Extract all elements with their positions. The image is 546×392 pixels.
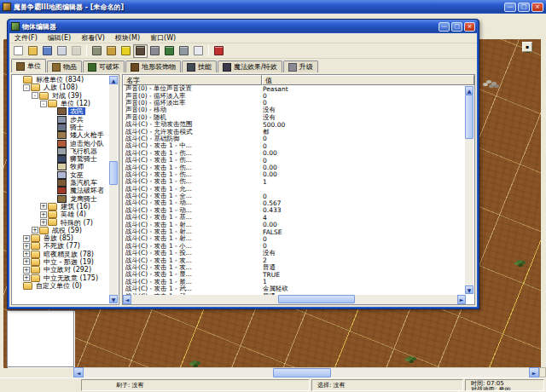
tree-item[interactable]: 战役 (59) (13, 227, 109, 234)
scroll-up-icon[interactable]: ▲ (109, 76, 118, 84)
tree-toggle-icon[interactable] (49, 124, 56, 131)
tree-toggle-icon[interactable] (49, 140, 56, 147)
test-map-icon[interactable] (212, 44, 226, 58)
tree-toggle-icon[interactable] (23, 243, 30, 250)
tree-item[interactable]: 中立无敌意 (175) (13, 274, 109, 281)
save-icon[interactable] (40, 44, 55, 58)
tree-toggle-icon[interactable] (40, 203, 47, 210)
column-header-value[interactable]: 值 (262, 75, 474, 85)
tab-buffs[interactable]: 魔法效果/特效 (218, 61, 282, 72)
tree-item[interactable]: 矮人火枪手 (13, 131, 109, 139)
tree-item[interactable]: 不死族 (77) (13, 242, 109, 250)
menu-module[interactable]: 模块(M) (110, 33, 145, 43)
scroll-down-icon[interactable]: ▼ (465, 285, 473, 294)
tree-toggle-icon[interactable] (49, 155, 56, 163)
minimize-icon[interactable]: — (504, 3, 516, 12)
trigger-editor-icon[interactable] (104, 44, 119, 58)
main-titlebar[interactable]: 魔兽争霸III地图编辑器 - [未命名的] — □ × (0, 0, 546, 14)
tree-item[interactable]: 自定义单位 (0) (13, 282, 109, 290)
tree-item[interactable]: 特殊的 (7) (13, 218, 109, 226)
tree-toggle-icon[interactable] (23, 251, 30, 257)
tree-item[interactable]: 蒸汽机车 (13, 179, 109, 187)
menu-file[interactable]: 文件(F) (9, 33, 43, 43)
tree-toggle-icon[interactable] (23, 84, 30, 91)
tree-item[interactable]: 农民 (13, 107, 109, 115)
scroll-up-icon[interactable]: ▲ (465, 86, 473, 95)
restore-icon[interactable]: □ (518, 3, 530, 12)
tree-toggle-icon[interactable] (40, 211, 47, 218)
menu-window[interactable]: 窗口(W) (145, 33, 181, 43)
menu-view[interactable]: 察看(V) (76, 33, 110, 43)
tree-item[interactable]: 英雄 (4) (13, 210, 109, 218)
tree-item[interactable]: 对战 (39) (13, 92, 109, 100)
scroll-left-icon[interactable]: ◄ (73, 367, 84, 378)
scrollbar-track[interactable] (84, 367, 529, 378)
tree-item[interactable]: 单位 (12) (13, 100, 109, 107)
tree-item[interactable]: 牧师 (13, 163, 109, 170)
column-header-name[interactable]: 名字 (123, 75, 262, 85)
scrollbar-thumb[interactable] (273, 368, 331, 378)
tree-toggle-icon[interactable] (23, 274, 30, 281)
view-toggle-button[interactable]: ▪ (522, 42, 532, 52)
tree-toggle-icon[interactable] (23, 267, 30, 274)
tree-toggle-icon[interactable] (49, 147, 56, 155)
scrollbar-thumb[interactable] (278, 295, 355, 303)
tree-vscrollbar[interactable]: ▲ ▼ (109, 76, 118, 303)
tree-item[interactable]: 兽族 (85) (13, 234, 109, 242)
tree-toggle-icon[interactable] (49, 179, 56, 187)
copy-icon[interactable] (55, 44, 69, 58)
tree-toggle-icon[interactable] (49, 163, 56, 170)
tree-item[interactable]: 龙鹰骑士 (13, 194, 109, 202)
tab-abilities[interactable]: 技能 (182, 61, 217, 72)
tree-item[interactable]: 魔法破坏者 (13, 187, 109, 194)
tab-destructibles[interactable]: 可破坏 (83, 61, 125, 72)
tree-toggle-icon[interactable] (49, 171, 56, 179)
tree-item[interactable]: 标准单位 (834) (13, 76, 109, 84)
minimize-icon[interactable]: — (439, 22, 450, 32)
tree-toggle-icon[interactable] (49, 131, 56, 139)
scroll-right-icon[interactable]: ► (529, 367, 539, 378)
tree-toggle-icon[interactable] (49, 116, 56, 124)
tree-toggle-icon[interactable] (49, 107, 56, 115)
tab-units[interactable]: 单位 (11, 59, 46, 72)
tree-toggle-icon[interactable] (32, 227, 38, 233)
tab-items[interactable]: 物品 (47, 61, 82, 72)
tree-item[interactable]: 人族 (108) (13, 84, 109, 91)
terrain-editor-icon[interactable] (90, 44, 104, 58)
scrollbar-thumb[interactable] (465, 95, 473, 139)
tree-toggle-icon[interactable] (40, 219, 47, 226)
tree-toggle-icon[interactable] (49, 187, 56, 194)
tree-item[interactable]: 暗夜精灵族 (78) (13, 251, 109, 258)
scroll-down-icon[interactable]: ▼ (109, 295, 118, 303)
list-vscrollbar[interactable]: ▲ ▼ (465, 86, 473, 294)
sound-editor-icon[interactable] (119, 44, 133, 58)
scrollbar-track[interactable] (131, 295, 457, 304)
scrollbar-thumb[interactable] (109, 161, 118, 185)
maximize-icon[interactable]: □ (451, 22, 462, 32)
tree-item[interactable]: 步兵 (13, 115, 109, 123)
tree-toggle-icon[interactable] (15, 76, 22, 84)
tree-toggle-icon[interactable] (23, 235, 30, 242)
tree-item[interactable]: 中立 - 那迦 (19) (13, 258, 109, 266)
scroll-right-icon[interactable]: ► (457, 295, 466, 304)
terrain-hscrollbar[interactable]: ◄ ► (73, 367, 539, 378)
tree-item[interactable]: 建筑 (16) (13, 203, 109, 210)
tree-item[interactable]: 迫击炮小队 (13, 139, 109, 147)
object-editor-titlebar[interactable]: 物体编辑器 — □ × (9, 20, 477, 33)
tree-toggle-icon[interactable] (32, 92, 38, 99)
tree-item[interactable]: 飞行机器 (13, 147, 109, 155)
ai-editor-icon[interactable] (162, 44, 177, 58)
paste-icon[interactable] (69, 44, 84, 58)
tab-upgrades[interactable]: 升级 (283, 61, 318, 72)
tree-toggle-icon[interactable] (49, 195, 56, 203)
tree-toggle-icon[interactable] (23, 258, 30, 265)
import-manager-icon[interactable] (191, 44, 206, 58)
open-icon[interactable] (26, 44, 40, 58)
list-hscrollbar[interactable]: ◄ ► (123, 295, 466, 304)
object-manager-icon[interactable] (177, 44, 191, 58)
tree-item[interactable]: 狮鹫骑士 (13, 155, 109, 163)
tab-doodads[interactable]: 地形装饰物 (125, 61, 181, 72)
tree-item[interactable]: 女巫 (13, 171, 109, 179)
close-icon[interactable]: × (531, 3, 543, 12)
new-icon[interactable] (11, 44, 26, 58)
